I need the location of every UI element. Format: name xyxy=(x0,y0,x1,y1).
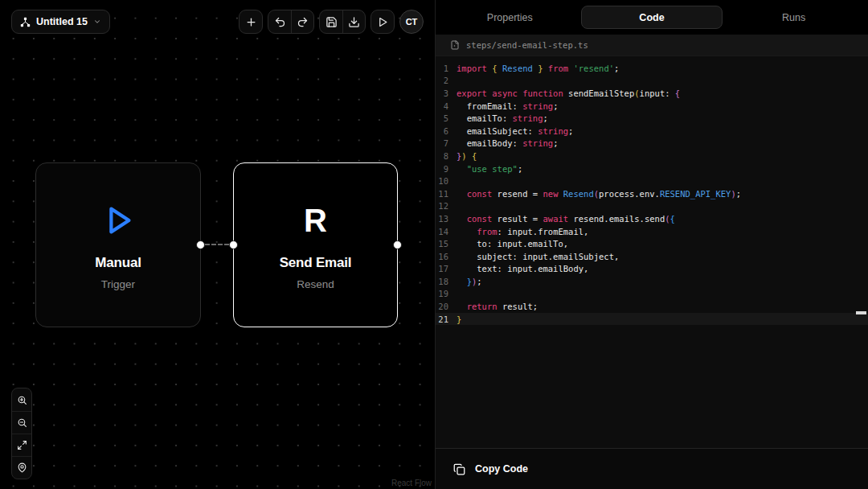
tab-runs[interactable]: Runs xyxy=(723,6,865,29)
code-line[interactable]: 1import { Resend } from 'resend'; xyxy=(436,62,868,75)
zoom-in-button[interactable] xyxy=(12,388,31,411)
chevron-down-icon xyxy=(93,18,101,26)
workflow-name: Untitled 15 xyxy=(36,16,88,27)
code-line[interactable]: 14 from: input.fromEmail, xyxy=(436,225,868,238)
code-line[interactable]: 18 }); xyxy=(436,275,868,288)
resend-logo-icon: R xyxy=(304,200,327,240)
node-handle-send-email-source[interactable] xyxy=(393,240,402,249)
node-handle-send-email-target[interactable] xyxy=(229,240,238,249)
workflow-icon xyxy=(20,17,31,27)
download-icon xyxy=(348,16,360,28)
side-panel: Properties Code Runs steps/send-email-st… xyxy=(435,0,868,489)
copy-icon xyxy=(453,463,465,475)
code-editor[interactable]: 1import { Resend } from 'resend';23expor… xyxy=(436,56,868,448)
fit-view-icon xyxy=(17,440,27,450)
play-icon xyxy=(377,16,389,28)
file-name: steps/send-email-step.ts xyxy=(466,40,588,50)
file-button-group xyxy=(319,10,366,34)
code-line[interactable]: 7 emailBody: string; xyxy=(436,138,868,150)
workflow-canvas[interactable]: Untitled 15 xyxy=(0,0,435,489)
overview-ruler-cursor xyxy=(856,311,866,314)
code-line[interactable]: 21} xyxy=(436,313,868,326)
undo-button[interactable] xyxy=(268,10,291,33)
canvas-toolbar: CT xyxy=(239,10,424,34)
tab-code[interactable]: Code xyxy=(581,6,723,29)
copy-code-label: Copy Code xyxy=(475,463,528,475)
code-line[interactable]: 5 emailTo: string; xyxy=(436,112,868,125)
code-line[interactable]: 8}) { xyxy=(436,150,868,162)
file-icon xyxy=(450,40,460,50)
redo-button[interactable] xyxy=(291,10,313,33)
copy-code-button[interactable]: Copy Code xyxy=(453,463,528,475)
run-workflow-button[interactable] xyxy=(371,10,395,34)
code-line[interactable]: 6 emailSubject: string; xyxy=(436,125,868,138)
code-line[interactable]: 10 xyxy=(436,175,868,187)
code-line[interactable]: 9 "use step"; xyxy=(436,162,868,175)
node-subtitle: Trigger xyxy=(101,278,135,290)
canvas-controls xyxy=(11,388,32,479)
add-node-button[interactable] xyxy=(239,10,263,34)
code-line[interactable]: 20 return result; xyxy=(436,300,868,313)
node-send-email[interactable]: R Send Email Resend xyxy=(233,162,398,327)
react-flow-attribution[interactable]: React Flow xyxy=(391,479,432,487)
download-button[interactable] xyxy=(342,10,365,33)
workflow-name-button[interactable]: Untitled 15 xyxy=(11,10,110,34)
node-manual-trigger[interactable]: Manual Trigger xyxy=(35,162,201,327)
node-subtitle: Resend xyxy=(297,278,334,290)
node-handle-manual-source[interactable] xyxy=(196,240,205,249)
code-line[interactable]: 19 xyxy=(436,288,868,301)
edge-connection[interactable] xyxy=(205,244,229,245)
fit-view-button[interactable] xyxy=(12,434,31,456)
history-button-group xyxy=(268,10,314,34)
zoom-out-icon xyxy=(17,417,27,428)
panel-footer: Copy Code xyxy=(436,448,868,489)
zoom-out-button[interactable] xyxy=(12,411,31,434)
node-title: Manual xyxy=(95,255,141,271)
code-line[interactable]: 4 fromEmail: string; xyxy=(436,100,868,113)
code-lines: 1import { Resend } from 'resend';23expor… xyxy=(436,62,868,325)
node-title: Send Email xyxy=(280,255,352,271)
plus-icon xyxy=(245,16,257,28)
save-icon xyxy=(326,16,338,28)
code-line[interactable]: 15 to: input.emailTo, xyxy=(436,237,868,250)
user-avatar[interactable]: CT xyxy=(399,10,424,34)
code-line[interactable]: 12 xyxy=(436,200,868,213)
code-line[interactable]: 3export async function sendEmailStep(inp… xyxy=(436,87,868,100)
resend-logo-letter: R xyxy=(304,200,327,240)
code-line[interactable]: 16 subject: input.emailSubject, xyxy=(436,250,868,263)
code-line[interactable]: 17 text: input.emailBody, xyxy=(436,263,868,276)
app-window: Untitled 15 xyxy=(0,0,868,489)
avatar-initials: CT xyxy=(406,17,418,27)
save-button[interactable] xyxy=(320,10,342,33)
panel-tabs: Properties Code Runs xyxy=(436,0,868,35)
code-line[interactable]: 2 xyxy=(436,75,868,88)
redo-icon xyxy=(297,16,309,28)
file-bar: steps/send-email-step.ts xyxy=(436,35,868,56)
code-line[interactable]: 11 const resend = new Resend(process.env… xyxy=(436,187,868,200)
zoom-in-icon xyxy=(17,395,27,405)
play-trigger-icon xyxy=(100,200,137,240)
pin-button[interactable] xyxy=(12,456,31,479)
tab-properties[interactable]: Properties xyxy=(439,6,581,29)
undo-icon xyxy=(274,16,286,28)
pin-icon xyxy=(17,462,27,473)
code-line[interactable]: 13 const result = await resend.emails.se… xyxy=(436,212,868,225)
